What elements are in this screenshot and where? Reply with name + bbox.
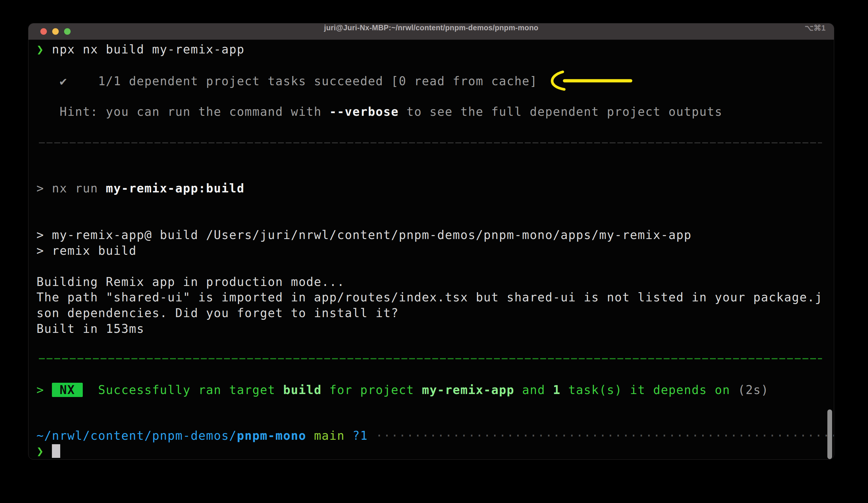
terminal-text-segment: my-remix-app: [422, 383, 514, 397]
terminal-text-segment: to see the full dependent project output…: [399, 105, 722, 119]
terminal-text-segment: > remix build: [37, 244, 137, 258]
terminal-line: ~/nrwl/content/pnpm-demos/pnpm-mono main…: [37, 428, 834, 444]
separator-line: [39, 358, 822, 359]
cursor-block: [52, 444, 60, 458]
terminal-text-segment: [306, 429, 314, 442]
terminal-line: Hint: you can run the command with --ver…: [37, 104, 722, 120]
terminal-text-segment: npx nx build my-remix-app: [52, 42, 245, 56]
terminal-text-segment: > nx run: [37, 181, 106, 195]
terminal-text-segment: and: [514, 383, 553, 397]
terminal-text-segment: ?1: [352, 429, 368, 442]
window-title: juri@Juri-Nx-MBP:~/nrwl/content/pnpm-dem…: [29, 23, 834, 40]
terminal-text-segment: build: [283, 383, 322, 397]
terminal-line: ❯ npx nx build my-remix-app: [37, 42, 245, 57]
terminal-line: ❯: [37, 443, 60, 459]
terminal-line: > NX Successfully ran target build for p…: [37, 382, 768, 398]
terminal-text-segment: [368, 429, 375, 442]
terminal-text-segment: Successfully ran target: [83, 383, 283, 397]
tab-shortcut-badge: ⌥⌘1: [805, 23, 826, 40]
terminal-text-segment: ✔ 1/1 dependent project tasks succeeded …: [37, 74, 538, 88]
terminal-line: son dependencies. Did you forget to inst…: [37, 305, 399, 321]
terminal-line: The path "shared-ui" is imported in app/…: [37, 290, 823, 305]
terminal-text-segment: Built in 153ms: [37, 322, 144, 335]
terminal-text-segment: ❯: [37, 42, 52, 56]
terminal-line: Building Remix app in production mode...: [37, 274, 345, 290]
terminal-text-segment: 1: [553, 383, 561, 397]
terminal-text-segment: ~/nrwl/content/pnpm-demos/: [37, 429, 237, 442]
terminal-text-segment: Building Remix app in production mode...: [37, 275, 345, 289]
terminal-text-segment: son dependencies. Did you forget to inst…: [37, 306, 399, 320]
scrollbar-thumb[interactable]: [827, 410, 832, 459]
terminal-text-segment: ········································…: [375, 429, 834, 442]
terminal-output[interactable]: ❯ npx nx build my-remix-app ✔ 1/1 depend…: [29, 40, 834, 459]
terminal-text-segment: > my-remix-app@ build /Users/juri/nrwl/c…: [37, 228, 692, 242]
terminal-text-segment: (2s): [738, 383, 768, 397]
terminal-text-segment: The path "shared-ui" is imported in app/…: [37, 290, 823, 304]
terminal-text-segment: [345, 429, 352, 442]
terminal-text-segment: task(s) it depends on: [561, 383, 738, 397]
terminal-text-segment: for project: [322, 383, 422, 397]
terminal-text-segment: my-remix-app:build: [106, 181, 245, 195]
terminal-line: > my-remix-app@ build /Users/juri/nrwl/c…: [37, 227, 692, 243]
terminal-line: ✔ 1/1 dependent project tasks succeeded …: [37, 73, 538, 89]
nx-badge: NX: [52, 383, 83, 397]
terminal-text-segment: ❯: [37, 444, 52, 458]
terminal-text-segment: >: [37, 383, 52, 397]
terminal-text-segment: pnpm-mono: [237, 429, 307, 442]
terminal-line: Built in 153ms: [37, 321, 144, 337]
terminal-text-segment: Hint: you can run the command with: [37, 105, 329, 119]
titlebar[interactable]: juri@Juri-Nx-MBP:~/nrwl/content/pnpm-dem…: [29, 23, 834, 40]
terminal-line: > remix build: [37, 243, 137, 259]
separator-line: [39, 142, 822, 143]
terminal-text-segment: main: [314, 429, 345, 442]
terminal-window: juri@Juri-Nx-MBP:~/nrwl/content/pnpm-dem…: [28, 23, 834, 460]
terminal-text-segment: --verbose: [329, 105, 399, 119]
terminal-line: > nx run my-remix-app:build: [37, 181, 245, 196]
